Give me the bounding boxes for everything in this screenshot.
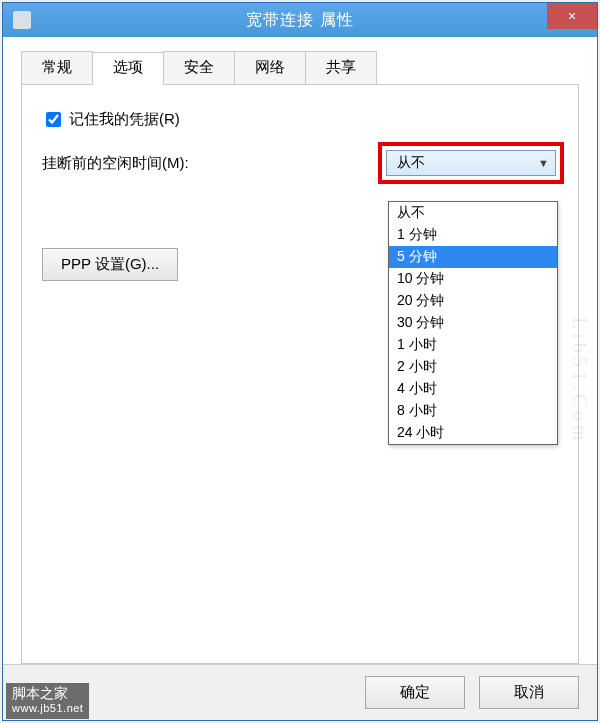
idle-option-20min[interactable]: 20 分钟 [389, 290, 557, 312]
remember-credentials-label: 记住我的凭据(R) [69, 110, 180, 129]
highlight-annotation: 从不 ▼ [378, 142, 564, 184]
app-icon [13, 11, 31, 29]
idle-time-label: 挂断前的空闲时间(M): [42, 154, 378, 173]
close-icon: × [568, 9, 576, 23]
tab-options[interactable]: 选项 [92, 52, 164, 85]
tab-strip: 常规 选项 安全 网络 共享 [21, 51, 579, 85]
idle-option-4hr[interactable]: 4 小时 [389, 378, 557, 400]
idle-time-selected-value: 从不 [397, 154, 425, 172]
dialog-footer: 确定 取消 [3, 664, 597, 720]
idle-option-never[interactable]: 从不 [389, 202, 557, 224]
idle-option-5min[interactable]: 5 分钟 [389, 246, 557, 268]
idle-time-row: 挂断前的空闲时间(M): 从不 ▼ [42, 142, 558, 184]
idle-time-combobox[interactable]: 从不 ▼ [386, 150, 556, 176]
chevron-down-icon: ▼ [538, 157, 549, 169]
tab-security[interactable]: 安全 [163, 51, 235, 84]
idle-option-8hr[interactable]: 8 小时 [389, 400, 557, 422]
idle-option-1min[interactable]: 1 分钟 [389, 224, 557, 246]
titlebar: 宽带连接 属性 × [3, 3, 597, 37]
idle-option-30min[interactable]: 30 分钟 [389, 312, 557, 334]
idle-time-dropdown-list: 从不 1 分钟 5 分钟 10 分钟 20 分钟 30 分钟 1 小时 2 小时… [388, 201, 558, 445]
tab-network[interactable]: 网络 [234, 51, 306, 84]
tab-general[interactable]: 常规 [21, 51, 93, 84]
remember-credentials-row: 记住我的凭据(R) [42, 109, 558, 130]
idle-option-24hr[interactable]: 24 小时 [389, 422, 557, 444]
idle-option-2hr[interactable]: 2 小时 [389, 356, 557, 378]
cancel-button[interactable]: 取消 [479, 676, 579, 709]
remember-credentials-checkbox[interactable] [46, 112, 61, 127]
ok-button[interactable]: 确定 [365, 676, 465, 709]
client-area: 常规 选项 安全 网络 共享 记住我的凭据(R) 挂断前的空闲时间(M): 从不… [3, 37, 597, 664]
idle-option-1hr[interactable]: 1 小时 [389, 334, 557, 356]
idle-option-10min[interactable]: 10 分钟 [389, 268, 557, 290]
window-title: 宽带连接 属性 [3, 3, 597, 37]
window-close-button[interactable]: × [547, 3, 597, 29]
properties-dialog: 宽带连接 属性 × 常规 选项 安全 网络 共享 记住我的凭据(R) 挂断前的空… [2, 2, 598, 721]
tab-sharing[interactable]: 共享 [305, 51, 377, 84]
ppp-settings-button[interactable]: PPP 设置(G)... [42, 248, 178, 281]
tab-panel-options: 记住我的凭据(R) 挂断前的空闲时间(M): 从不 ▼ 从不 1 分钟 5 分钟… [21, 85, 579, 664]
